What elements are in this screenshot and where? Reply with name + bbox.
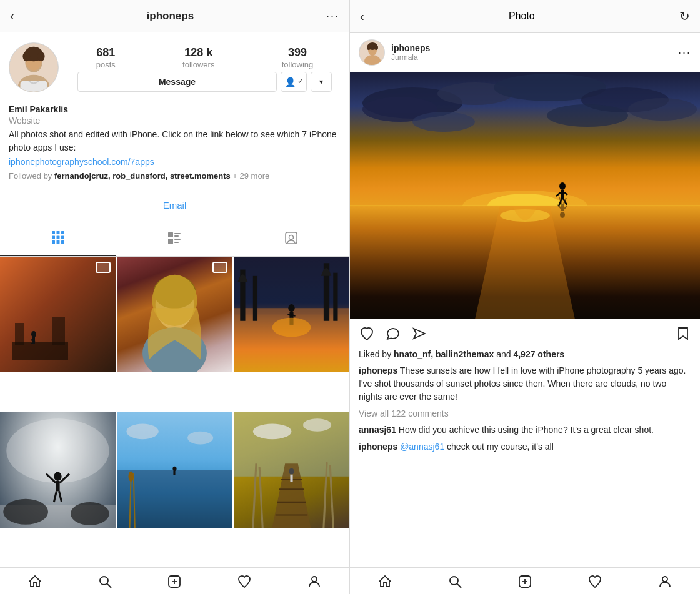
likes-count: 4,927 others: [513, 349, 564, 359]
svg-line-53: [54, 492, 56, 502]
left-top-nav: ‹ iphoneps ···: [0, 0, 349, 32]
post-more-button[interactable]: ···: [678, 46, 691, 59]
likes-users: hnato_nf, ballin2themax: [394, 349, 494, 359]
comment-2-user[interactable]: iphoneps: [359, 442, 398, 452]
svg-rect-19: [168, 232, 173, 237]
grid-photo-6[interactable]: [234, 412, 349, 528]
right-nav-search[interactable]: [420, 574, 490, 589]
svg-rect-10: [52, 231, 55, 234]
multi-photo-icon: [96, 262, 111, 273]
tab-list[interactable]: [116, 223, 232, 256]
nav-add[interactable]: [140, 574, 210, 589]
svg-rect-21: [174, 235, 179, 237]
stat-following[interactable]: 399 following: [282, 46, 314, 69]
svg-rect-13: [52, 235, 55, 239]
share-button[interactable]: [411, 325, 428, 342]
more-button-left[interactable]: ···: [326, 9, 339, 22]
tab-bar: [0, 223, 349, 257]
svg-rect-28: [15, 323, 24, 345]
post-user-info: iphoneps Jurmala: [391, 43, 672, 62]
profile-icon-right: [658, 574, 672, 589]
svg-point-89: [367, 45, 371, 50]
svg-rect-17: [57, 240, 60, 244]
right-nav-profile[interactable]: [630, 574, 700, 589]
post-caption: iphoneps These sunsets are how I fell in…: [350, 363, 700, 407]
email-row: Email: [0, 192, 349, 219]
right-nav-home[interactable]: [350, 574, 420, 589]
stat-followers[interactable]: 128 k followers: [182, 46, 214, 69]
comment-1-text: How did you achieve this using the iPhon…: [396, 425, 654, 435]
svg-rect-24: [174, 242, 179, 243]
grid-icon: [51, 230, 65, 247]
action-row: Message 👤 ✓ ▾: [69, 72, 341, 98]
post-actions: [350, 319, 700, 348]
post-location[interactable]: Jurmala: [391, 53, 672, 62]
view-comments[interactable]: View all 122 comments: [350, 407, 700, 422]
grid-photo-2[interactable]: [117, 257, 232, 372]
svg-point-65: [129, 472, 134, 482]
right-nav-heart[interactable]: [560, 574, 630, 589]
right-nav-title: Photo: [509, 11, 535, 22]
grid-photo-4[interactable]: [0, 412, 116, 528]
svg-point-79: [100, 577, 108, 585]
svg-rect-60: [173, 471, 175, 475]
nav-home[interactable]: [0, 574, 70, 589]
svg-rect-11: [57, 231, 60, 234]
multi-photo-icon-2: [212, 262, 228, 273]
search-icon-right: [448, 574, 462, 589]
svg-rect-112: [561, 204, 564, 211]
grid-photo-3[interactable]: [234, 257, 349, 372]
following-count: 399: [288, 46, 307, 60]
svg-point-98: [412, 112, 475, 132]
caption-username[interactable]: iphoneps: [359, 365, 398, 375]
stat-posts[interactable]: 681 posts: [96, 46, 116, 69]
svg-rect-23: [174, 239, 181, 240]
back-button[interactable]: ‹: [10, 9, 14, 23]
profile-name: Emil Pakarklis: [9, 104, 341, 114]
heart-icon-right: [588, 574, 602, 589]
post-photo[interactable]: [350, 72, 700, 319]
svg-rect-25: [286, 232, 297, 244]
nav-search[interactable]: [70, 574, 140, 589]
dropdown-button[interactable]: ▾: [311, 72, 332, 92]
profile-avatar[interactable]: [9, 42, 59, 92]
nav-profile[interactable]: [279, 574, 349, 589]
svg-rect-16: [52, 240, 55, 244]
home-icon-right: [378, 574, 392, 589]
website-label: Website: [9, 116, 341, 126]
svg-point-49: [54, 472, 61, 481]
post-username[interactable]: iphoneps: [391, 43, 672, 53]
right-nav-add[interactable]: [490, 574, 560, 589]
comment-2-mention[interactable]: @annasj61: [400, 442, 444, 452]
svg-point-8: [38, 52, 45, 62]
tab-grid[interactable]: [0, 223, 116, 256]
followers-count: 128 k: [184, 46, 212, 60]
nav-heart[interactable]: [209, 574, 279, 589]
comment-button[interactable]: [385, 325, 401, 342]
caption-text: These sunsets are how I fell in love wit…: [359, 365, 686, 402]
post-avatar[interactable]: [359, 39, 385, 66]
svg-rect-29: [52, 317, 65, 345]
follow-button[interactable]: 👤 ✓: [281, 72, 307, 92]
right-back-button[interactable]: ‹: [360, 9, 364, 24]
bio-link[interactable]: iphonephotographyschool.com/7apps: [9, 157, 341, 167]
tagged-icon: [284, 231, 298, 248]
tab-tagged[interactable]: [233, 223, 349, 256]
svg-point-90: [374, 45, 378, 50]
bookmark-button[interactable]: [675, 325, 691, 342]
comment-1-user[interactable]: annasj61: [359, 425, 396, 435]
svg-point-30: [31, 331, 36, 337]
message-button[interactable]: Message: [78, 72, 277, 92]
email-button[interactable]: Email: [163, 200, 187, 210]
svg-rect-22: [168, 239, 173, 244]
refresh-button[interactable]: ↻: [679, 9, 690, 24]
grid-photo-5[interactable]: [117, 412, 232, 528]
left-panel: ‹ iphoneps ···: [0, 0, 350, 594]
like-button[interactable]: [359, 325, 375, 342]
svg-rect-50: [56, 481, 59, 491]
svg-point-57: [71, 502, 109, 525]
svg-rect-14: [57, 235, 60, 239]
heart-icon: [237, 574, 252, 589]
grid-photo-1[interactable]: [0, 257, 116, 372]
svg-point-44: [288, 304, 294, 312]
